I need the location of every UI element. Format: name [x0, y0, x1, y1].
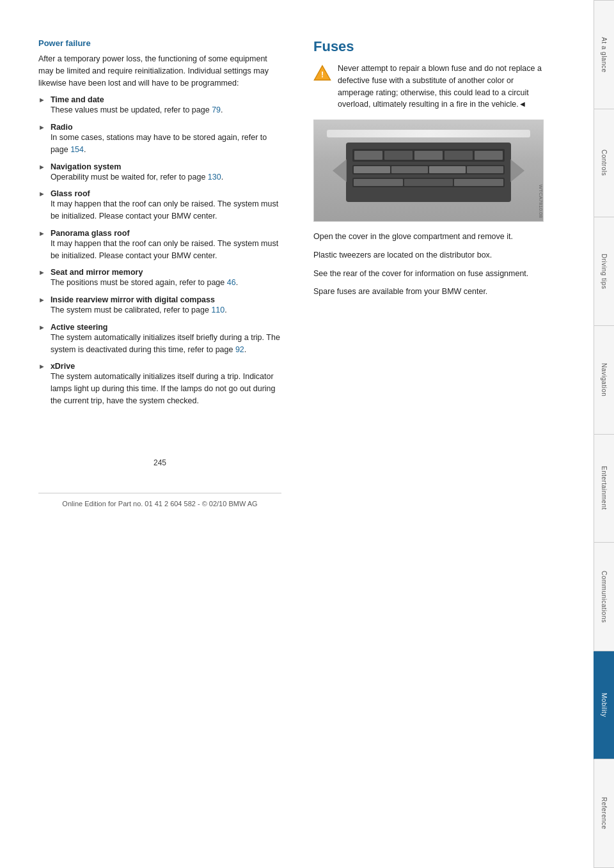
tab-navigation[interactable]: Navigation: [594, 326, 614, 435]
tab-reference[interactable]: Reference: [594, 759, 614, 868]
page-link-79[interactable]: 79: [212, 105, 221, 114]
arrow-right-indicator: [510, 159, 524, 182]
list-arrow-icon: ►: [38, 190, 45, 198]
list-item-desc-radio: In some cases, stations may have to be s…: [51, 132, 281, 156]
list-content-seat: Seat and mirror memory The positions mus…: [51, 268, 281, 289]
tab-entertainment[interactable]: Entertainment: [594, 435, 614, 543]
list-arrow-icon: ►: [38, 268, 45, 276]
image-watermark: WTCA7810.08: [538, 185, 544, 218]
page-link-154[interactable]: 154: [70, 145, 84, 154]
list-item-title-mirror: Inside rearview mirror with digital comp…: [51, 295, 281, 304]
list-content-panorama: Panorama glass roof It may happen that t…: [51, 229, 281, 262]
svg-text:!: !: [321, 70, 324, 79]
list-content-mirror: Inside rearview mirror with digital comp…: [51, 295, 281, 316]
warning-text: Never attempt to repair a blown fuse and…: [338, 63, 544, 111]
list-item: ► Glass roof It may happen that the roof…: [38, 189, 281, 222]
list-item-desc-steering: The system automatically initializes its…: [51, 332, 281, 356]
page-link-130[interactable]: 130: [208, 173, 221, 182]
list-content-xdrive: xDrive The system automatically initiali…: [51, 362, 281, 407]
fuse-para-2: Plastic tweezers are located on the dist…: [313, 249, 544, 261]
list-arrow-icon: ►: [38, 296, 45, 304]
list-item-title-glass: Glass roof: [51, 189, 281, 198]
page-link-46[interactable]: 46: [227, 278, 236, 287]
list-item-desc-time: These values must be updated, refer to p…: [51, 104, 281, 116]
list-item-title-xdrive: xDrive: [51, 362, 281, 371]
list-item-title-time: Time and date: [51, 95, 281, 104]
tab-communications[interactable]: Communications: [594, 543, 614, 651]
footer-area: 245 Online Edition for Part no. 01 41 2 …: [38, 458, 281, 508]
list-item-desc-seat: The positions must be stored again, refe…: [51, 277, 281, 289]
list-item-title-radio: Radio: [51, 123, 281, 132]
list-item-desc-mirror: The system must be calibrated, refer to …: [51, 304, 281, 316]
power-failure-title: Power failure: [38, 38, 281, 48]
list-arrow-icon: ►: [38, 229, 45, 237]
list-arrow-icon: ►: [38, 123, 45, 131]
list-item-title-panorama: Panorama glass roof: [51, 229, 281, 238]
fuse-para-4: Spare fuses are available from your BMW …: [313, 286, 544, 298]
list-item: ► Seat and mirror memory The positions m…: [38, 268, 281, 289]
footer-text: Online Edition for Part no. 01 41 2 604 …: [38, 493, 281, 508]
tab-driving-tips[interactable]: Driving tips: [594, 217, 614, 326]
list-content-time: Time and date These values must be updat…: [51, 95, 281, 116]
fuse-para-1: Open the cover in the glove compartment …: [313, 231, 544, 243]
power-failure-intro: After a temporary power loss, the functi…: [38, 53, 281, 89]
sidebar-tabs: At a glance Controls Driving tips Naviga…: [594, 0, 614, 868]
tab-at-a-glance[interactable]: At a glance: [594, 0, 614, 109]
list-item: ► Time and date These values must be upd…: [38, 95, 281, 116]
list-item-desc-panorama: It may happen that the roof can only be …: [51, 238, 281, 262]
arrow-left-indicator: [333, 159, 347, 182]
fuse-box-visual: WTCA7810.08: [314, 120, 543, 221]
right-column: Fuses ! Never attempt to repair a blown …: [301, 38, 544, 842]
list-item-title-steering: Active steering: [51, 323, 281, 332]
page-number: 245: [38, 458, 281, 467]
left-column: Power failure After a temporary power lo…: [38, 38, 281, 842]
list-item: ► Inside rearview mirror with digital co…: [38, 295, 281, 316]
fuse-para-3: See the rear of the cover for informatio…: [313, 268, 544, 280]
page-link-110[interactable]: 110: [211, 306, 224, 314]
list-item: ► Active steering The system automatical…: [38, 323, 281, 356]
list-item: ► Panorama glass roof It may happen that…: [38, 229, 281, 262]
list-content-steering: Active steering The system automatically…: [51, 323, 281, 356]
list-item-desc-glass: It may happen that the roof can only be …: [51, 198, 281, 222]
list-content-radio: Radio In some cases, stations may have t…: [51, 123, 281, 156]
list-item: ► xDrive The system automatically initia…: [38, 362, 281, 407]
list-content-nav: Navigation system Operability must be wa…: [51, 162, 281, 183]
list-arrow-icon: ►: [38, 362, 45, 370]
list-item-desc-xdrive: The system automatically initializes its…: [51, 371, 281, 407]
tab-mobility[interactable]: Mobility: [594, 651, 614, 760]
list-arrow-icon: ►: [38, 323, 45, 331]
warning-triangle-icon: !: [313, 64, 331, 82]
page-link-92[interactable]: 92: [235, 345, 244, 354]
list-item-desc-nav: Operability must be waited for, refer to…: [51, 171, 281, 183]
fuses-title: Fuses: [313, 38, 544, 55]
list-item-title-seat: Seat and mirror memory: [51, 268, 281, 277]
list-item: ► Navigation system Operability must be …: [38, 162, 281, 183]
list-item-title-nav: Navigation system: [51, 162, 281, 171]
list-arrow-icon: ►: [38, 96, 45, 104]
list-arrow-icon: ►: [38, 163, 45, 171]
list-content-glass: Glass roof It may happen that the roof c…: [51, 189, 281, 222]
warning-box: ! Never attempt to repair a blown fuse a…: [313, 63, 544, 111]
list-item: ► Radio In some cases, stations may have…: [38, 123, 281, 156]
fuse-image: WTCA7810.08: [313, 120, 544, 222]
tab-controls[interactable]: Controls: [594, 109, 614, 218]
